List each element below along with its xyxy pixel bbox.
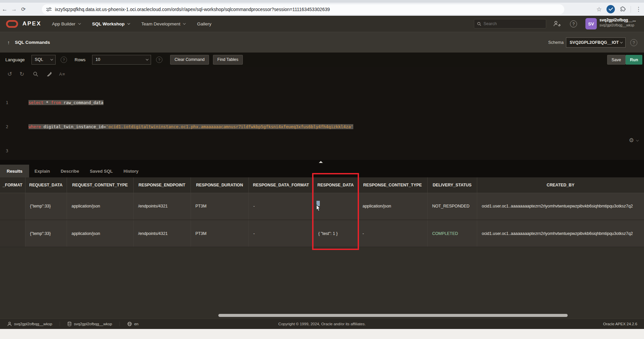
- schema-label: Schema: [548, 40, 564, 45]
- browser-menu-icon[interactable]: [636, 6, 641, 13]
- footer-language[interactable]: en: [120, 322, 139, 326]
- autoformat-icon[interactable]: [47, 72, 52, 77]
- url-text: ixzy5qzpqfkhq.data.iot.us-phoenix-1.oci.…: [55, 7, 330, 12]
- run-button[interactable]: Run: [626, 55, 642, 65]
- chevron-down-icon: [50, 58, 53, 60]
- col-header: REQUEST_CONTENT_TYPE: [67, 177, 133, 193]
- back-icon[interactable]: [0, 6, 9, 13]
- extension-check-icon[interactable]: [606, 5, 615, 13]
- cell: /endpoints/4321: [133, 193, 191, 220]
- tab-explain[interactable]: Explain: [29, 165, 55, 177]
- cell: -: [248, 193, 313, 220]
- col-header: RESPONSE_CONTENT_TYPE: [358, 177, 427, 193]
- cell: [0, 220, 25, 247]
- rows-label: Rows: [75, 57, 86, 62]
- nav-app-builder[interactable]: App Builder: [52, 21, 80, 26]
- nav-team-development[interactable]: Team Development: [141, 21, 185, 26]
- tab-saved-sql[interactable]: Saved SQL: [84, 165, 118, 177]
- cell: -: [248, 220, 313, 247]
- window-bottom-strip: [0, 329, 644, 339]
- browser-chrome: ixzy5qzpqfkhq.data.iot.us-phoenix-1.oci.…: [0, 0, 644, 16]
- language-label: Language: [5, 57, 25, 62]
- admin-icon[interactable]: [553, 20, 561, 27]
- col-header: RESPONSE_ENDPOINT: [133, 177, 191, 193]
- tab-results[interactable]: Results: [0, 165, 29, 177]
- cell-delivery-status: COMPLETED: [427, 220, 477, 247]
- site-settings-icon[interactable]: [46, 7, 52, 11]
- user-workspace: svq2gpl2ofbqg__wksp: [599, 23, 636, 28]
- bookmark-star-icon[interactable]: [596, 6, 602, 13]
- find-icon[interactable]: [33, 72, 38, 77]
- code-line-1: select * from raw_command_data: [28, 99, 353, 107]
- schema-select[interactable]: SVQ2GPL2OFBQG__IOT: [566, 37, 626, 48]
- search-icon: [477, 22, 481, 26]
- globe-icon: [127, 322, 132, 326]
- screen: ixzy5qzpqfkhq.data.iot.us-phoenix-1.oci.…: [0, 0, 644, 339]
- header-search[interactable]: [474, 19, 546, 28]
- reload-icon[interactable]: [19, 6, 28, 13]
- mouse-cursor: [316, 204, 321, 212]
- language-help-icon[interactable]: [61, 57, 67, 63]
- extensions-puzzle-icon[interactable]: [620, 6, 626, 12]
- page-title: SQL Commands: [15, 40, 50, 45]
- cell: NOT_RESPONDED: [427, 193, 477, 220]
- divider: [631, 6, 631, 13]
- avatar[interactable]: SV: [585, 18, 597, 29]
- text-case-icon[interactable]: [59, 72, 65, 77]
- cell: -: [358, 220, 427, 247]
- col-header: CREATED_BY: [477, 177, 644, 193]
- col-header: RESPONSE_DATA_FORMAT: [248, 177, 313, 193]
- oracle-logo[interactable]: [6, 20, 18, 28]
- command-toolbar: Language SQL Rows 10 Clear Command Find …: [0, 53, 644, 67]
- address-bar[interactable]: ixzy5qzpqfkhq.data.iot.us-phoenix-1.oci.…: [42, 4, 564, 14]
- cell: {"temp":33}: [25, 220, 67, 247]
- apex-brand: APEX: [22, 20, 41, 27]
- find-tables-button[interactable]: Find Tables: [213, 55, 243, 65]
- nav-gallery[interactable]: Gallery: [197, 21, 211, 26]
- browser-toolbar: ixzy5qzpqfkhq.data.iot.us-phoenix-1.oci.…: [0, 3, 644, 16]
- rows-help-icon[interactable]: [156, 57, 162, 63]
- database-icon: [67, 322, 72, 326]
- sql-editor: 1 2 3 4 select * from raw_command_data w…: [0, 67, 644, 160]
- cell: application/json: [358, 193, 427, 220]
- footer-user: svq2gpl2ofbqg__wksp: [7, 322, 52, 326]
- search-input[interactable]: [484, 21, 543, 26]
- user-name: svq2gpl2ofbqg__...: [599, 18, 636, 23]
- help-icon[interactable]: [570, 20, 577, 27]
- save-button[interactable]: Save: [607, 55, 626, 65]
- editor-toolbar: [0, 67, 644, 81]
- cell: {"temp":33}: [25, 193, 67, 220]
- window-edge: [0, 0, 644, 3]
- up-arrow-icon[interactable]: [7, 39, 10, 45]
- redo-icon[interactable]: [19, 71, 24, 78]
- clear-command-button[interactable]: Clear Command: [170, 55, 209, 65]
- tab-history[interactable]: History: [118, 165, 144, 177]
- chevron-down-icon: [127, 22, 130, 24]
- undo-icon[interactable]: [7, 71, 12, 78]
- code-area[interactable]: 1 2 3 4 select * from raw_command_data w…: [0, 81, 644, 113]
- forward-icon[interactable]: [9, 6, 19, 13]
- chevron-down-icon: [636, 139, 639, 141]
- person-icon: [7, 322, 12, 326]
- chevron-down-icon: [620, 40, 623, 43]
- main-nav: App Builder SQL Workshop Team Developmen…: [52, 21, 211, 26]
- rows-select[interactable]: 10: [92, 55, 151, 65]
- schema-help-icon[interactable]: [630, 39, 637, 46]
- col-header: _FORMAT: [0, 177, 25, 193]
- col-header: DELIVERY_STATUS: [427, 177, 477, 193]
- nav-sql-workshop[interactable]: SQL Workshop: [92, 21, 129, 26]
- cell: application/json: [67, 193, 133, 220]
- cell: /endpoints/4321: [133, 220, 191, 247]
- user-info[interactable]: svq2gpl2ofbqg__... svq2gpl2ofbqg__wksp: [599, 18, 636, 27]
- browser-actions: [596, 3, 641, 16]
- editor-settings[interactable]: [629, 137, 638, 144]
- horizontal-scrollbar[interactable]: [218, 314, 568, 317]
- tab-describe[interactable]: Describe: [55, 165, 84, 177]
- language-select[interactable]: SQL: [31, 55, 56, 65]
- col-header: RESPONSE_DURATION: [191, 177, 248, 193]
- cell: application/json: [67, 220, 133, 247]
- col-header: REQUEST_DATA: [25, 177, 67, 193]
- chevron-down-icon: [183, 22, 186, 24]
- splitter-handle[interactable]: [319, 161, 323, 163]
- chevron-down-icon: [146, 58, 149, 60]
